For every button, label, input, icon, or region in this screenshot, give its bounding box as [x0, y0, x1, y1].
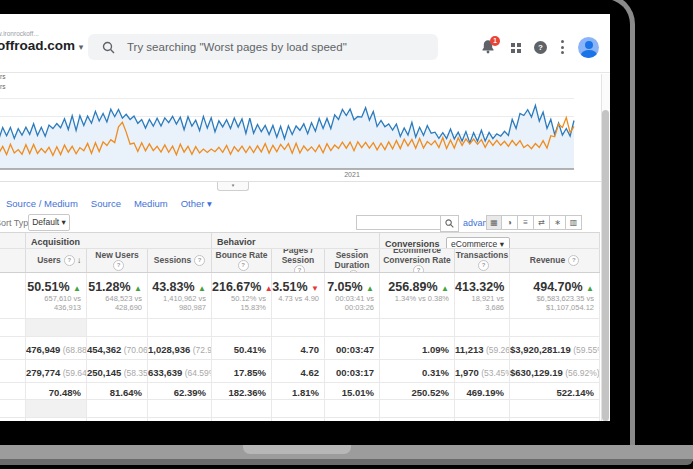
laptop-base-notch [243, 445, 351, 454]
percentage-view-icon[interactable]: ◑ [502, 215, 518, 230]
dimension-link-other[interactable]: Other ▾ [181, 198, 212, 209]
column-header-sessions[interactable]: Sessions? [148, 249, 212, 272]
summary-metric-cell: 216.67% ▲50.12% vs 15.83% [212, 273, 272, 318]
info-tooltip-icon[interactable]: ? [194, 255, 205, 266]
metric-cell: 250,145 (58.35%) [87, 360, 148, 382]
search-icon [445, 219, 454, 228]
empty-cell [325, 400, 380, 417]
metric-cell: 00:03:17 [325, 360, 380, 382]
metric-cell: 1.09% [380, 337, 455, 359]
sort-type-select[interactable]: Default ▾ [28, 214, 70, 231]
search-icon [102, 41, 115, 54]
performance-view-icon[interactable]: ≡ [518, 215, 534, 230]
metric-cell: 1,028,936 (72.92%) [148, 337, 212, 359]
more-menu-icon[interactable] [561, 40, 564, 57]
sort-descending-icon[interactable]: ↓ [77, 256, 81, 266]
trend-up-icon: ▲ [73, 284, 81, 293]
summary-metric-cell: 43.83% ▲1,410,962 vs 980,987 [148, 273, 212, 318]
summary-metric-cell: 3.51% ▼4.73 vs 4.90 [272, 273, 325, 318]
table-search-button[interactable] [440, 215, 459, 232]
empty-cell [455, 418, 510, 421]
column-header-new-users[interactable]: New Users? [87, 249, 148, 272]
pivot-view-icon[interactable]: ▥ [566, 215, 582, 230]
empty-cell [87, 319, 148, 336]
change-cell: 250.52% [380, 383, 455, 399]
info-tooltip-icon[interactable]: ? [238, 260, 249, 271]
empty-cell [272, 319, 325, 336]
empty-cell [212, 319, 272, 336]
metric-cell: 633,639 (64.59%) [148, 360, 212, 382]
laptop-mockup: w.ironrockoff... offroad.com ▾ Try searc… [0, 0, 693, 469]
group-header-behavior: Behavior [212, 233, 380, 248]
dimension-column-header [0, 249, 26, 272]
change-cell: 182.36% [212, 383, 272, 399]
info-tooltip-icon[interactable]: ? [64, 255, 75, 266]
column-header-avg-session-duration[interactable]: Avg. Session Duration? [325, 249, 380, 272]
empty-cell [148, 319, 212, 336]
empty-cell [87, 400, 148, 417]
table-row: 279,774 (59.64%)250,145 (58.35%)633,639 … [0, 359, 600, 382]
term-cloud-view-icon[interactable]: ∗ [550, 215, 566, 230]
table-search-input[interactable] [356, 215, 442, 230]
metric-cell: 50.41% [212, 337, 272, 359]
empty-cell [212, 418, 272, 421]
info-tooltip-icon[interactable]: ? [348, 270, 359, 272]
conversions-type-select[interactable]: eCommerce ▾ [446, 237, 510, 248]
dimension-link-source[interactable]: Source [91, 198, 121, 209]
column-header-users[interactable]: Users?↓ [26, 249, 87, 272]
notification-badge: 1 [490, 36, 500, 46]
empty-cell [26, 418, 87, 421]
metrics-table: AcquisitionBehaviorConversionseCommerce … [0, 232, 600, 421]
dimension-cell [0, 360, 26, 382]
column-header-pages-session[interactable]: Pages / Session? [272, 249, 325, 272]
chevron-down-icon: ▾ [79, 42, 84, 52]
column-header-bounce-rate[interactable]: Bounce Rate? [212, 249, 272, 272]
trend-up-icon: ▲ [366, 284, 374, 293]
summary-metric-cell: 50.51% ▲657,610 vs 436,913 [26, 273, 87, 318]
dimension-cell [0, 337, 26, 359]
dimension-link-medium[interactable]: Medium [134, 198, 168, 209]
empty-cell [87, 418, 148, 421]
trend-up-icon: ▲ [198, 284, 206, 293]
divider [0, 181, 610, 182]
chart-axis-year-label: 2021 [330, 171, 374, 178]
metric-cell: 454,362 (70.06%) [87, 337, 148, 359]
metric-cell: 279,774 (59.64%) [26, 360, 87, 382]
laptop-base-edge [0, 459, 693, 465]
info-tooltip-icon[interactable]: ? [113, 260, 124, 271]
column-header-ecommerce-conversion-rate[interactable]: Ecommerce Conversion Rate? [380, 249, 455, 272]
chevron-down-icon: ▾ [62, 217, 66, 227]
group-header-conversions: ConversionseCommerce ▾ [380, 233, 600, 248]
table-view-icon[interactable]: ▦ [486, 215, 502, 230]
column-header-transactions[interactable]: Transactions? [455, 249, 510, 272]
summary-metric-cell: 256.89% ▲1.34% vs 0.38% [380, 273, 455, 318]
trend-up-icon: ▲ [441, 284, 449, 293]
empty-cell [380, 319, 455, 336]
dimension-cell [0, 319, 26, 336]
account-path: w.ironrockoff... [0, 30, 39, 37]
collapse-chart-button[interactable]: ▾ [217, 182, 249, 191]
search-placeholder: Try searching "Worst pages by load speed… [127, 41, 347, 53]
app-header: w.ironrockoff... offroad.com ▾ Try searc… [0, 14, 610, 73]
dimension-link-source-medium[interactable]: Source / Medium [6, 198, 78, 209]
info-tooltip-icon[interactable]: ? [478, 260, 489, 271]
info-tooltip-icon[interactable]: ? [413, 265, 424, 272]
trend-up-icon: ▲ [134, 284, 142, 293]
change-cell: 70.48% [26, 383, 87, 399]
comparison-view-icon[interactable]: ⇄ [534, 215, 550, 230]
primary-dimension-links: Source / MediumSourceMediumOther ▾ [6, 198, 225, 209]
trend-up-icon: ▲ [265, 284, 272, 293]
property-selector[interactable]: offroad.com ▾ [0, 38, 83, 53]
sessions-timeline-chart [0, 88, 610, 184]
laptop-bezel-rim [584, 0, 635, 457]
dimension-column-header [0, 233, 26, 248]
empty-cell [26, 400, 87, 417]
info-tooltip-icon[interactable]: ? [568, 255, 579, 266]
change-cell: 81.64% [87, 383, 148, 399]
search-input[interactable]: Try searching "Worst pages by load speed… [88, 34, 438, 60]
help-icon[interactable]: ? [534, 41, 547, 54]
apps-grid-icon[interactable] [511, 43, 521, 53]
info-tooltip-icon[interactable]: ? [294, 265, 305, 272]
empty-cell [26, 319, 87, 336]
empty-cell [325, 319, 380, 336]
